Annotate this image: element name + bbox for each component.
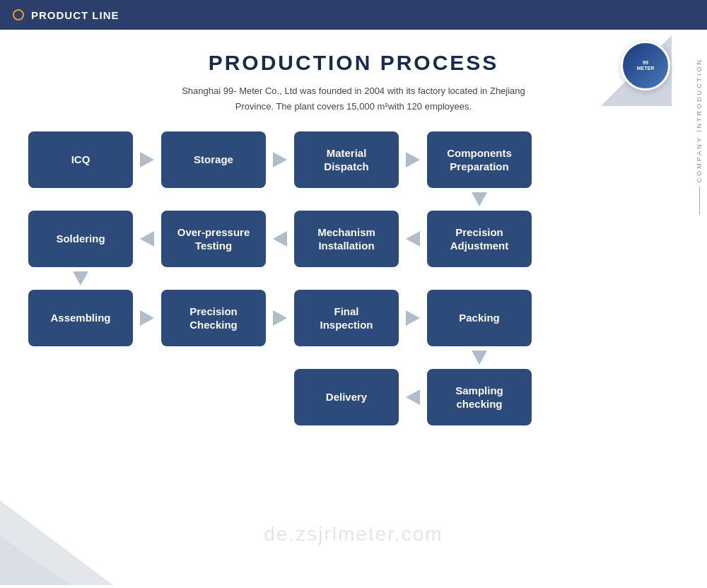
process-precision-checking: PrecisionChecking bbox=[161, 290, 266, 346]
sidebar-text: COMPANY INTRODUCTION bbox=[696, 58, 703, 182]
arrow-down-row-1 bbox=[28, 188, 679, 211]
arrow-down-2 bbox=[28, 267, 133, 290]
process-assembling: Assembling bbox=[28, 290, 133, 346]
arrow-right-4 bbox=[133, 310, 161, 326]
arrow-right-1 bbox=[133, 152, 161, 167]
arrow-down-row-2 bbox=[28, 267, 679, 290]
arrow-down-3 bbox=[427, 346, 532, 369]
flow-row-3: Soldering Over-pressureTesting Mechanism… bbox=[28, 211, 679, 267]
header-title: PRODUCT LINE bbox=[31, 9, 119, 21]
right-sidebar: COMPANY INTRODUCTION bbox=[691, 30, 707, 588]
page-title: PRODUCTION PROCESS bbox=[28, 51, 679, 75]
process-packing: Packing bbox=[427, 290, 532, 346]
arrow-left-1 bbox=[133, 231, 161, 247]
process-sampling: Samplingchecking bbox=[427, 369, 532, 425]
arrow-down-row-3 bbox=[28, 346, 679, 369]
process-storage: Storage bbox=[161, 131, 266, 188]
arrow-left-2 bbox=[266, 231, 294, 247]
arrow-right-6 bbox=[399, 310, 427, 326]
process-precision-adjustment: PrecisionAdjustment bbox=[427, 211, 532, 267]
header-bar: PRODUCT LINE bbox=[0, 0, 707, 30]
watermark: de.zsjrlmeter.com bbox=[264, 523, 443, 546]
flow-row-5: Assembling PrecisionChecking FinalInspec… bbox=[28, 290, 679, 346]
process-material-dispatch: MaterialDispatch bbox=[294, 131, 399, 188]
process-soldering: Soldering bbox=[28, 211, 133, 267]
arrow-right-5 bbox=[266, 310, 294, 326]
logo-text: 99METER bbox=[637, 60, 655, 72]
arrow-right-3 bbox=[399, 152, 427, 167]
process-components-preparation: ComponentsPreparation bbox=[427, 131, 532, 188]
arrow-down-1 bbox=[427, 188, 532, 211]
arrow-right-2 bbox=[266, 152, 294, 167]
flow-row-7: Delivery Samplingchecking bbox=[28, 369, 679, 425]
sidebar-line bbox=[699, 187, 700, 215]
page-description: Shanghai 99- Meter Co., Ltd was founded … bbox=[28, 83, 679, 114]
arrow-left-4 bbox=[399, 389, 427, 405]
bottom-left-deco bbox=[0, 458, 141, 588]
header-circle-icon bbox=[13, 9, 24, 20]
process-delivery: Delivery bbox=[294, 369, 399, 425]
process-overpressure: Over-pressureTesting bbox=[161, 211, 266, 267]
arrow-left-3 bbox=[399, 231, 427, 247]
process-final-inspection: FinalInspection bbox=[294, 290, 399, 346]
logo-circle: 99METER bbox=[621, 41, 670, 90]
process-icq: ICQ bbox=[28, 131, 133, 188]
flow-row-1: ICQ Storage MaterialDispatch ComponentsP… bbox=[28, 131, 679, 188]
flow-diagram: ICQ Storage MaterialDispatch ComponentsP… bbox=[28, 131, 679, 425]
process-mechanism: MechanismInstallation bbox=[294, 211, 399, 267]
